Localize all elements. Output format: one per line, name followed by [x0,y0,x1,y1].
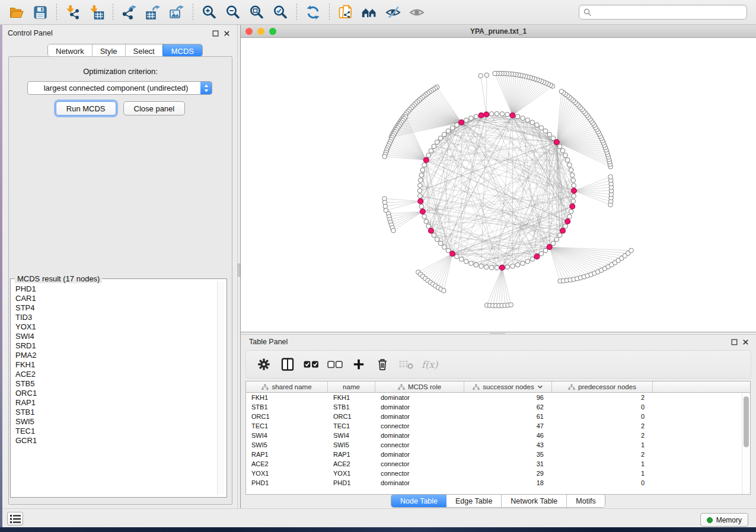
graph-node[interactable] [438,241,443,246]
mcds-result-node[interactable]: PMA2 [11,351,217,360]
mcds-result-node[interactable]: YOX1 [11,322,217,332]
graph-node[interactable] [446,129,451,133]
graph-node-selected[interactable] [565,219,570,224]
graph-node[interactable] [438,136,443,140]
graph-node[interactable] [432,144,436,149]
export-network-button[interactable] [119,2,140,23]
zoom-selected-button[interactable] [270,2,291,23]
graph-node[interactable] [474,262,479,267]
graph-node[interactable] [547,132,552,137]
zoom-fit-button[interactable] [246,2,267,23]
graph-node[interactable] [484,265,489,270]
graph-node[interactable] [474,114,479,119]
tab-edge-table[interactable]: Edge Table [446,495,502,507]
graph-node[interactable] [570,173,575,178]
tab-network-table[interactable]: Network Table [502,495,567,507]
graph-node[interactable] [571,199,576,204]
graph-node[interactable] [469,116,474,121]
graph-node[interactable] [559,89,564,94]
graph-node[interactable] [530,120,535,125]
graph-node[interactable] [418,178,423,182]
close-panel-icon[interactable] [742,339,749,345]
scrollbar-thumb[interactable] [744,396,749,447]
apply-layout-button[interactable] [302,2,324,23]
graph-node[interactable] [422,214,427,219]
graph-node-selected[interactable] [560,228,566,233]
graph-node[interactable] [426,224,431,229]
graph-node[interactable] [459,257,464,262]
graph-node-selected[interactable] [423,158,429,163]
mcds-result-node[interactable]: ORC1 [11,389,217,398]
graph-node[interactable] [426,153,431,158]
float-panel-icon[interactable] [212,30,219,37]
graph-node[interactable] [495,265,499,270]
graph-node[interactable] [446,248,451,253]
column-header-MCDS-role[interactable]: MCDS role [375,382,464,392]
mcds-result-node[interactable]: SWI4 [11,332,217,341]
column-header-successor-nodes[interactable]: successor nodes [464,382,552,392]
new-network-from-selection-button[interactable] [335,2,356,23]
graph-node[interactable] [567,214,572,219]
graph-node[interactable] [417,188,422,193]
graph-node[interactable] [424,219,429,224]
tab-motifs[interactable]: Motifs [567,495,604,507]
table-row[interactable]: PHD1PHD1dominator180 [246,478,750,488]
tab-select[interactable]: Select [126,44,163,56]
tab-node-table[interactable]: Node Table [391,495,446,507]
graph-node[interactable] [530,257,535,262]
graph-node[interactable] [419,173,424,178]
graph-node[interactable] [505,265,510,270]
select-all-columns-button[interactable] [301,354,321,375]
graph-node[interactable] [418,183,423,188]
graph-node[interactable] [493,71,497,76]
graph-node[interactable] [535,123,540,127]
mcds-result-node[interactable]: STB1 [11,408,217,417]
graph-node[interactable] [382,154,387,159]
export-image-button[interactable] [166,2,187,23]
graph-node[interactable] [435,237,439,242]
graph-node-selected[interactable] [429,228,434,233]
graph-node[interactable] [525,259,530,264]
graph-node[interactable] [509,303,513,307]
mcds-result-node[interactable]: TEC1 [11,427,217,436]
graph-node[interactable] [569,168,573,172]
table-row[interactable]: STB1STB1dominator620 [246,402,750,412]
float-panel-icon[interactable] [731,339,738,345]
mcds-result-node[interactable]: RAP1 [11,398,217,408]
graph-node[interactable] [442,132,446,137]
mcds-result-node[interactable]: FKH1 [11,360,217,370]
graph-node-selected[interactable] [450,251,455,257]
tab-style[interactable]: Style [92,44,126,56]
mcds-result-node[interactable]: SRD1 [11,341,217,351]
graph-node[interactable] [543,248,548,253]
graph-node[interactable] [551,136,556,140]
graph-node[interactable] [442,245,446,249]
graph-node[interactable] [539,251,544,256]
column-header-shared-name[interactable]: shared name [246,382,328,392]
graph-node[interactable] [418,194,423,198]
memory-button[interactable]: Memory [700,513,748,527]
graph-node[interactable] [563,224,568,229]
column-header-name[interactable]: name [328,382,375,392]
graph-node[interactable] [429,149,433,153]
graph-node[interactable] [569,209,573,214]
graph-node[interactable] [464,118,468,123]
mcds-result-node[interactable]: STP4 [11,303,217,313]
graph-node[interactable] [557,144,562,149]
save-session-button[interactable] [30,2,51,23]
table-row[interactable]: YOX1YOX1connector291 [246,469,750,478]
graph-node[interactable] [479,73,483,78]
graph-node-selected[interactable] [459,120,464,125]
graph-node-selected[interactable] [510,113,515,118]
graph-node-selected[interactable] [484,112,489,117]
graph-node-selected[interactable] [570,204,575,209]
graph-node-selected[interactable] [418,198,423,204]
close-panel-button[interactable]: Close panel [123,101,186,116]
table-row[interactable]: FKH1FKH1dominator962 [246,393,750,402]
search-input[interactable] [595,8,742,17]
export-table-button[interactable] [142,2,164,23]
network-graph[interactable] [241,38,756,332]
table-row[interactable]: RAP1RAP1dominator352 [246,450,750,459]
import-table-button[interactable] [86,2,107,23]
graph-node[interactable] [572,194,576,198]
